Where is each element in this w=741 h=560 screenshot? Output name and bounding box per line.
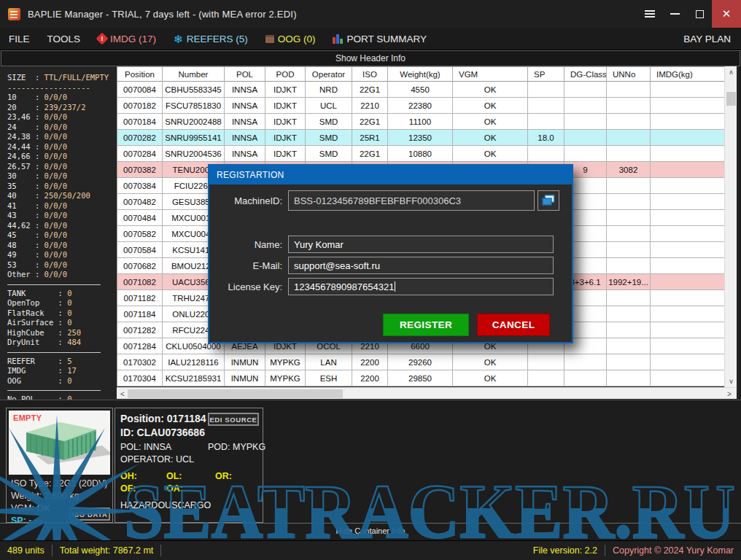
table-cell — [528, 82, 565, 98]
position-text: Position: 0171184 — [120, 413, 206, 424]
menu-file[interactable]: FILE — [0, 28, 39, 50]
email-field[interactable]: support@sea-soft.ru — [288, 257, 554, 274]
units-count: 489 units — [0, 545, 52, 556]
status-bar: 489 units Total weight: 7867.2 mt File v… — [0, 540, 741, 560]
table-cell — [607, 98, 651, 114]
column-header[interactable]: DG-Class — [565, 67, 607, 82]
table-cell: 0070484 — [117, 210, 163, 226]
sidebar-stat-line: 24,66 : 0/0/0 — [7, 152, 117, 162]
table-cell — [607, 290, 651, 306]
table-cell: 0070582 — [117, 226, 163, 242]
copy-icon — [542, 195, 555, 206]
sidebar-stat-line: OOG : 0 — [7, 376, 117, 386]
menu-tools[interactable]: TOOLS — [39, 28, 90, 50]
table-row[interactable]: 0070084CBHU5583345INNSAIDJKTNRD22G14550O… — [117, 82, 724, 98]
column-header[interactable]: POL — [225, 67, 265, 82]
column-header[interactable]: IMDG(kg) — [651, 67, 725, 82]
table-cell — [651, 226, 725, 242]
scroll-right-arrow[interactable]: > — [723, 388, 735, 400]
column-header[interactable]: UNNo — [607, 67, 651, 82]
license-key-field[interactable]: 1234567890987654321 — [288, 278, 554, 295]
menu-reefers[interactable]: ❄ REEFERS (5) — [165, 28, 257, 50]
sidebar-stat-line: 40 : 250/50/200 — [7, 191, 117, 201]
sidebar-separator — [7, 390, 101, 391]
sidebar-stat-line: HighCube : 250 — [7, 328, 117, 338]
table-cell — [565, 98, 607, 114]
column-header[interactable]: SP — [528, 67, 565, 82]
table-cell — [528, 114, 565, 130]
table-cell: 1992+19... — [607, 274, 651, 290]
menu-hamburger-button[interactable] — [637, 0, 662, 28]
vgm-text: VGM: OK — [11, 503, 50, 513]
machine-id-field[interactable]: BSS-0123456789BFEBFBFF000306C3 — [288, 190, 535, 211]
table-cell — [607, 226, 651, 242]
table-cell — [607, 258, 651, 274]
table-cell: KCSU2185931 — [163, 370, 225, 386]
sidebar-stat-line: 26,57 : 0/0/0 — [7, 162, 117, 172]
menu-bar: FILE TOOLS ! IMDG (17) ❄ REEFERS (5) OOG… — [0, 28, 741, 50]
minimize-button[interactable] — [662, 0, 687, 28]
cancel-button[interactable]: CANCEL — [477, 314, 550, 336]
table-cell — [607, 130, 651, 146]
horizontal-scroll-thumb[interactable] — [128, 389, 343, 398]
column-header[interactable]: POD — [265, 67, 306, 82]
snowflake-icon: ❄ — [174, 34, 183, 44]
table-cell — [565, 130, 607, 146]
table-cell: IDJKT — [265, 146, 306, 162]
table-cell — [607, 194, 651, 210]
bar-chart-icon — [333, 34, 343, 44]
table-cell: 12350 — [388, 130, 453, 146]
table-cell: 3082 — [607, 162, 651, 178]
table-cell: OK — [453, 146, 528, 162]
sidebar-stat-line: SIZE : TTL/FULL/EMPTY — [7, 73, 117, 83]
column-header[interactable]: Operator — [306, 67, 352, 82]
scroll-up-arrow[interactable]: ∧ — [725, 66, 737, 78]
menu-bay-plan[interactable]: BAY PLAN — [683, 34, 741, 44]
name-field[interactable]: Yury Komar — [288, 236, 554, 253]
table-row[interactable]: 0070282SNRU9955141INNSAIDJKTSMD25R112350… — [117, 130, 724, 146]
menu-port-summary[interactable]: PORT SUMMARY — [324, 28, 435, 50]
table-cell: OK — [453, 130, 528, 146]
maximize-button[interactable] — [687, 0, 712, 28]
ol-label: OL: — [166, 471, 182, 481]
table-cell: LAN — [306, 354, 352, 370]
dialog-title-bar[interactable]: REGISTARTION — [209, 166, 572, 184]
size-statistics-panel: SIZE : TTL/FULL/EMPTY------------------1… — [0, 66, 117, 400]
table-cell: UCL — [306, 98, 352, 114]
table-cell: IDJKT — [265, 98, 306, 114]
show-header-info-button[interactable]: Show Header Info — [1, 50, 740, 66]
table-row[interactable]: 0070284SNRU2004536INNSAIDJKTSMD22G110880… — [117, 146, 724, 162]
table-cell: 0070284 — [117, 146, 163, 162]
hide-container-info-button[interactable]: Hide Container Info — [0, 523, 741, 540]
copy-machine-id-button[interactable] — [538, 190, 559, 211]
menu-imdg[interactable]: ! IMDG (17) — [89, 28, 165, 50]
table-row[interactable]: 0170302IALU2128116INMUNMYPKGLAN220029260… — [117, 354, 724, 370]
edi-source-button[interactable]: EDI SOURCE — [208, 413, 259, 426]
sidebar-stat-line: No POL : 0 — [7, 394, 117, 400]
vertical-scrollbar[interactable]: ∧ ∨ — [724, 66, 737, 387]
register-button[interactable]: REGISTER — [383, 314, 469, 336]
horizontal-scrollbar[interactable]: < > — [117, 387, 737, 399]
menu-oog[interactable]: OOG (0) — [257, 28, 325, 50]
scroll-down-arrow[interactable]: ∨ — [725, 376, 737, 387]
column-header[interactable]: Position — [117, 67, 163, 82]
iso-data-button[interactable]: ISO DATA — [69, 508, 110, 521]
operator-text: OPERATOR: UCL — [120, 454, 194, 464]
table-cell — [528, 146, 565, 162]
vertical-scroll-thumb[interactable] — [726, 92, 736, 106]
table-cell: 11100 — [388, 114, 453, 130]
sidebar-stat-line: 24 : 0/0/0 — [7, 122, 117, 133]
table-row[interactable]: 0070184SNRU2002488INNSAIDJKTSMD22G111100… — [117, 114, 724, 130]
column-header[interactable]: Number — [163, 67, 225, 82]
table-cell: 0070682 — [117, 258, 163, 274]
cargo-box-icon — [265, 35, 274, 43]
license-key-label: License Key: — [213, 281, 282, 292]
column-header[interactable]: Weight(kg) — [388, 67, 453, 82]
scroll-left-arrow[interactable]: < — [117, 388, 128, 400]
file-version: File version: 2.2 — [526, 545, 605, 556]
close-button[interactable]: ✕ — [712, 0, 741, 28]
column-header[interactable]: ISO — [352, 67, 388, 82]
column-header[interactable]: VGM — [453, 67, 528, 82]
table-row[interactable]: 0070182FSCU7851830INNSAIDJKTUCL221022380… — [117, 98, 724, 114]
table-row[interactable]: 0170304KCSU2185931INMUNMYPKGESH220029850… — [117, 370, 724, 386]
